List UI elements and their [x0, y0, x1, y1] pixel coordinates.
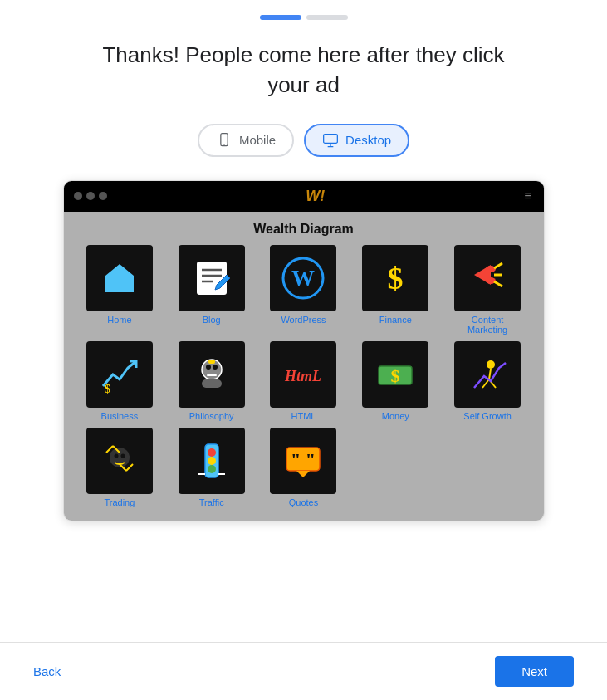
icon-label-finance: Finance — [379, 315, 412, 325]
svg-rect-22 — [207, 374, 217, 376]
svg-point-21 — [213, 365, 218, 370]
icon-label-trading: Trading — [104, 497, 135, 507]
svg-point-37 — [208, 457, 216, 465]
trading-icon — [98, 439, 141, 482]
svg-line-15 — [494, 263, 502, 268]
progress-bar — [260, 15, 348, 20]
svg-text:W: W — [291, 265, 315, 291]
list-item: Traffic — [169, 428, 254, 507]
svg-text:$: $ — [105, 383, 110, 395]
browser-dot-3 — [99, 192, 107, 200]
svg-marker-43 — [296, 471, 310, 477]
list-item: Self Growth — [445, 341, 531, 421]
next-button[interactable]: Next — [495, 656, 574, 687]
icon-label-html: HTML — [291, 411, 316, 421]
icon-label-money: Money — [382, 411, 409, 421]
bottom-navigation: Back Next — [0, 642, 607, 700]
self-growth-icon — [466, 353, 509, 396]
philosophy-icon — [190, 353, 233, 396]
icon-label-business: Business — [101, 411, 139, 421]
list-item: Trading — [77, 428, 163, 507]
icon-box-philosophy — [179, 341, 245, 408]
icon-box-trading — [86, 428, 153, 494]
list-item: Content Marketing — [445, 245, 531, 335]
icon-label-selfgrowth: Self Growth — [463, 411, 511, 421]
business-icon: $ — [98, 353, 141, 396]
progress-step-2 — [306, 15, 348, 20]
mobile-toggle[interactable]: Mobile — [198, 124, 294, 157]
icon-label-wordpress: WordPress — [281, 315, 326, 325]
svg-text:$: $ — [391, 365, 400, 386]
icon-box-selfgrowth — [454, 341, 521, 408]
site-logo: W! — [306, 188, 325, 205]
svg-text:"  ": " " — [291, 449, 316, 470]
svg-point-33 — [114, 453, 118, 458]
list-item: Philosophy — [169, 341, 254, 421]
list-item: Blog — [169, 245, 254, 335]
desktop-toggle[interactable]: Desktop — [304, 124, 409, 157]
icon-box-blog — [179, 245, 245, 311]
content-marketing-icon — [466, 257, 509, 300]
progress-step-1 — [260, 15, 301, 20]
svg-rect-5 — [197, 262, 227, 295]
svg-rect-24 — [208, 360, 215, 364]
svg-rect-23 — [202, 379, 222, 388]
svg-point-1 — [223, 144, 225, 145]
home-icon — [99, 257, 140, 299]
svg-point-36 — [208, 448, 216, 457]
money-icon: $ — [374, 353, 417, 396]
icon-box-finance: $ — [362, 245, 428, 311]
icon-box-html: HtmL — [270, 341, 336, 408]
hamburger-icon: ≡ — [524, 188, 533, 203]
browser-dot-1 — [74, 192, 82, 200]
icon-box-money: $ — [362, 341, 428, 408]
quotes-icon: " " — [281, 439, 325, 482]
svg-line-17 — [494, 281, 502, 286]
icon-grid: Home Blog — [77, 245, 531, 507]
list-item: W WordPress — [261, 245, 346, 335]
list-item: $ Finance — [353, 245, 438, 335]
svg-point-34 — [120, 453, 125, 458]
svg-point-38 — [208, 465, 216, 473]
icon-label-blog: Blog — [203, 315, 221, 325]
finance-icon: $ — [374, 257, 417, 300]
svg-line-29 — [489, 369, 491, 379]
list-item: $ Business — [77, 341, 163, 421]
desktop-icon — [322, 132, 339, 149]
mobile-icon — [216, 132, 233, 149]
icon-box-quotes: " " — [270, 428, 336, 494]
website-title: Wealth Diagram — [77, 222, 531, 237]
svg-point-20 — [206, 365, 211, 370]
list-item: $ Money — [353, 341, 438, 421]
browser-dot-2 — [86, 192, 95, 200]
browser-topbar: W! ≡ — [64, 181, 544, 212]
browser-window-controls — [74, 192, 107, 200]
view-toggle-group: Mobile Desktop — [198, 124, 409, 157]
icon-label-philosophy: Philosophy — [189, 411, 234, 421]
icon-label-content: Content Marketing — [454, 315, 521, 335]
svg-line-30 — [482, 379, 489, 388]
list-item: " " Quotes — [261, 428, 346, 507]
html-icon: HtmL — [281, 353, 325, 396]
icon-box-content — [454, 245, 521, 311]
icon-box-wordpress: W — [270, 245, 336, 311]
svg-rect-2 — [324, 134, 338, 143]
svg-rect-4 — [115, 282, 124, 292]
back-button[interactable]: Back — [33, 664, 61, 678]
icon-box-business: $ — [86, 341, 153, 408]
page-title: Thanks! People come here after they clic… — [96, 40, 512, 100]
traffic-icon — [190, 439, 233, 482]
icon-label-quotes: Quotes — [289, 497, 318, 507]
website-content: Wealth Diagram Home — [64, 212, 544, 521]
svg-text:HtmL: HtmL — [284, 368, 321, 384]
wordpress-icon: W — [281, 256, 326, 301]
icon-label-traffic: Traffic — [199, 497, 224, 507]
list-item: HtmL HTML — [261, 341, 346, 421]
list-item: Home — [77, 245, 163, 335]
icon-box-home — [86, 245, 153, 311]
svg-point-28 — [487, 360, 495, 369]
icon-label-home: Home — [107, 315, 131, 325]
icon-box-traffic — [179, 428, 245, 494]
browser-preview: W! ≡ Wealth Diagram Home — [63, 180, 545, 521]
blog-icon — [190, 257, 233, 300]
